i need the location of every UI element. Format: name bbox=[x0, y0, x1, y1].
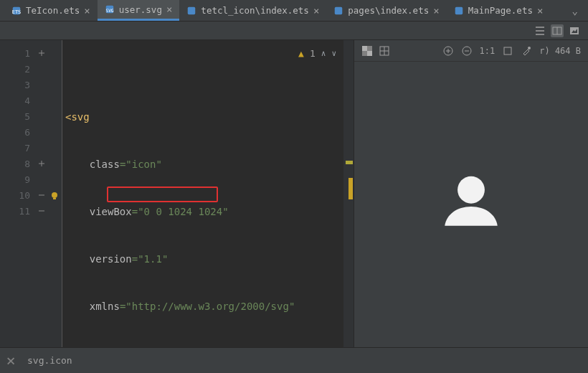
fold-handle[interactable] bbox=[36, 188, 47, 204]
zoom-out-icon[interactable] bbox=[461, 45, 473, 57]
preview-canvas[interactable] bbox=[354, 62, 588, 347]
svg-point-11 bbox=[52, 192, 57, 198]
warning-marker[interactable] bbox=[346, 161, 353, 164]
tab-pages-index[interactable]: pages\index.ets × bbox=[326, 0, 446, 21]
line-number: 11 bbox=[0, 204, 30, 219]
svg-point-22 bbox=[528, 47, 531, 49]
tab-user-svg[interactable]: SVG user.svg × bbox=[98, 0, 180, 21]
inspection-widget[interactable]: ▲ 1 ∧ ∨ bbox=[298, 46, 336, 62]
line-number: 2 bbox=[0, 62, 30, 77]
breadcrumb[interactable]: svg.icon bbox=[22, 348, 72, 373]
svg-rect-14 bbox=[362, 46, 367, 51]
annotation-highlight-box bbox=[107, 186, 218, 202]
checkerboard-icon[interactable] bbox=[361, 45, 373, 57]
tab-label: MainPage.ets bbox=[468, 5, 533, 16]
code-line[interactable]: <svg bbox=[62, 109, 343, 125]
close-icon[interactable]: × bbox=[313, 5, 319, 16]
code-area[interactable]: ▲ 1 ∧ ∨ <svg class="icon" viewBox="0 0 1… bbox=[62, 40, 343, 347]
file-icon bbox=[454, 6, 464, 16]
zoom-level[interactable]: 1:1 bbox=[480, 46, 495, 56]
svg-rect-21 bbox=[504, 47, 511, 55]
prev-issue-icon[interactable]: ∧ bbox=[321, 46, 326, 62]
line-number: 5 bbox=[0, 109, 30, 125]
code-line[interactable]: width="114" bbox=[62, 346, 343, 347]
bottom-bar: × svg.icon bbox=[0, 347, 588, 373]
intention-bulb-icon[interactable] bbox=[47, 188, 62, 204]
tab-tetcl-index[interactable]: tetcl_icon\index.ets × bbox=[179, 0, 326, 21]
line-number: 1 bbox=[0, 46, 30, 62]
warning-marker[interactable] bbox=[348, 178, 353, 199]
file-icon bbox=[186, 6, 196, 16]
grid-icon[interactable] bbox=[379, 45, 390, 57]
tab-teicon[interactable]: ETS TeIcon.ets × bbox=[4, 0, 98, 21]
fold-handle[interactable] bbox=[36, 46, 47, 62]
fold-handle[interactable] bbox=[36, 156, 47, 172]
eyedropper-icon[interactable] bbox=[521, 45, 532, 57]
code-line[interactable]: viewBox="0 0 1024 1024" bbox=[62, 204, 343, 219]
svg-rect-5 bbox=[335, 6, 343, 14]
tab-label: tetcl_icon\index.ets bbox=[201, 5, 309, 16]
file-icon: SVG bbox=[105, 4, 115, 14]
tab-mainpage[interactable]: MainPage.ets × bbox=[447, 0, 551, 21]
editor-view-toolbar bbox=[0, 22, 588, 40]
svg-rect-4 bbox=[188, 6, 196, 14]
svg-preview-pane: 1:1 r) 464 B bbox=[354, 40, 588, 347]
intention-gutter bbox=[47, 40, 62, 347]
preview-toolbar: 1:1 r) 464 B bbox=[354, 40, 588, 62]
split-view-icon[interactable] bbox=[551, 24, 564, 37]
fold-gutter bbox=[36, 40, 47, 347]
code-line[interactable]: xmlns="http://www.w3.org/2000/svg" bbox=[62, 298, 343, 314]
svg-rect-12 bbox=[53, 198, 56, 199]
next-issue-icon[interactable]: ∨ bbox=[331, 46, 336, 62]
breadcrumb-back-icon[interactable]: × bbox=[0, 348, 22, 373]
user-icon bbox=[430, 164, 512, 245]
tabs-container: ETS TeIcon.ets × SVG user.svg × tetcl_ic… bbox=[4, 0, 550, 21]
line-number: 10 bbox=[0, 188, 30, 204]
svg-point-23 bbox=[457, 176, 485, 204]
line-number: 9 bbox=[0, 172, 30, 188]
fold-handle[interactable] bbox=[36, 204, 47, 219]
main-area: 1 2 3 4 5 6 7 8 9 10 11 ▲ bbox=[0, 40, 588, 347]
file-size-label: r) 464 B bbox=[539, 46, 581, 56]
tab-overflow-icon[interactable]: ⌄ bbox=[566, 5, 584, 16]
code-editor[interactable]: 1 2 3 4 5 6 7 8 9 10 11 ▲ bbox=[0, 40, 354, 347]
svg-rect-6 bbox=[455, 6, 463, 14]
image-view-icon[interactable] bbox=[568, 24, 581, 37]
inspection-count: 1 bbox=[310, 46, 316, 62]
close-icon[interactable]: × bbox=[166, 4, 172, 15]
line-number: 7 bbox=[0, 141, 30, 156]
error-stripe[interactable] bbox=[343, 40, 354, 347]
close-icon[interactable]: × bbox=[84, 5, 90, 16]
line-number-gutter: 1 2 3 4 5 6 7 8 9 10 11 bbox=[0, 40, 36, 347]
close-icon[interactable]: × bbox=[537, 5, 543, 16]
file-icon bbox=[333, 6, 343, 16]
line-number: 6 bbox=[0, 125, 30, 141]
svg-text:SVG: SVG bbox=[105, 8, 113, 13]
list-view-icon[interactable] bbox=[534, 24, 546, 37]
editor-tab-bar: ETS TeIcon.ets × SVG user.svg × tetcl_ic… bbox=[0, 0, 588, 22]
warning-icon: ▲ bbox=[298, 46, 304, 62]
line-number: 3 bbox=[0, 77, 30, 93]
breadcrumb-segment[interactable]: svg.icon bbox=[27, 355, 72, 366]
close-icon[interactable]: × bbox=[433, 5, 439, 16]
file-icon: ETS bbox=[11, 6, 22, 16]
tab-label: TeIcon.ets bbox=[26, 5, 80, 16]
zoom-in-icon[interactable] bbox=[442, 45, 454, 57]
tab-label: pages\index.ets bbox=[348, 5, 429, 16]
tab-label: user.svg bbox=[119, 4, 162, 15]
svg-rect-15 bbox=[367, 51, 372, 56]
code-line[interactable]: version="1.1" bbox=[62, 251, 343, 267]
line-number: 8 bbox=[0, 156, 30, 172]
fit-icon[interactable] bbox=[502, 45, 513, 57]
line-number: 4 bbox=[0, 93, 30, 109]
svg-text:ETS: ETS bbox=[12, 9, 22, 14]
code-line[interactable]: class="icon" bbox=[62, 156, 343, 172]
